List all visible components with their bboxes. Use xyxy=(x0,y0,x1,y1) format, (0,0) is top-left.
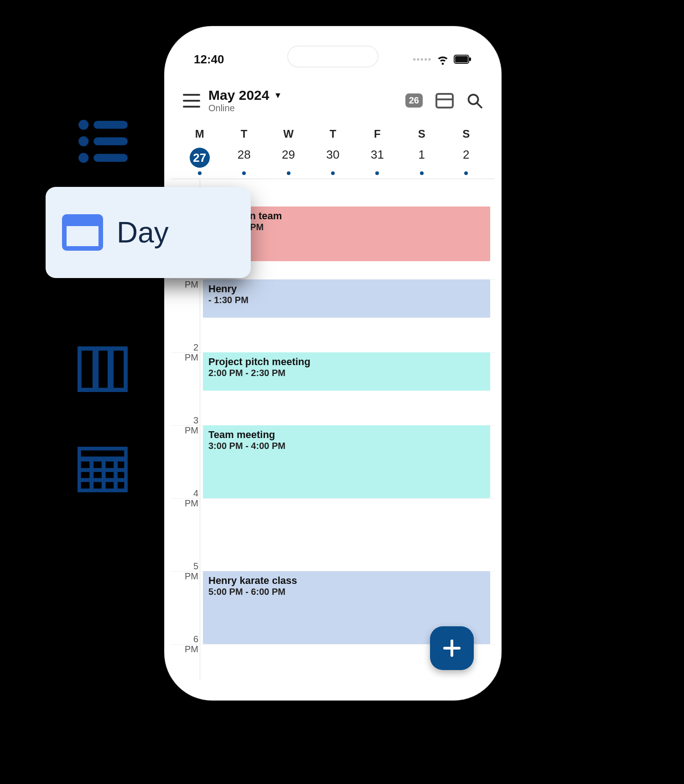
month-label: May 2024 xyxy=(208,88,269,103)
calendar-event[interactable]: Team meeting3:00 PM - 4:00 PM xyxy=(203,425,490,498)
hour-label: 3PM xyxy=(171,415,198,435)
date-cell[interactable]: 2 xyxy=(444,145,488,176)
day-view-label: Day xyxy=(117,216,169,249)
dow-label: T xyxy=(222,128,266,140)
svg-point-5 xyxy=(78,120,88,130)
svg-rect-6 xyxy=(93,121,128,129)
date-cell[interactable]: 27 xyxy=(177,145,222,176)
sync-status: Online xyxy=(208,103,397,113)
day-view-card[interactable]: Day xyxy=(46,187,251,278)
svg-point-9 xyxy=(78,153,88,163)
event-time: - 1:30 PM xyxy=(208,295,485,305)
battery-icon xyxy=(454,55,472,64)
week-dates-row: 272829303112 xyxy=(171,142,495,176)
calendar-event[interactable]: Project pitch meeting2:00 PM - 2:30 PM xyxy=(203,352,490,391)
chevron-down-icon: ▼ xyxy=(274,91,282,100)
today-badge[interactable]: 26 xyxy=(405,93,423,108)
event-title: Project pitch meeting xyxy=(208,356,485,368)
svg-line-4 xyxy=(477,103,482,108)
dow-label: F xyxy=(355,128,399,140)
event-indicator-dot xyxy=(331,171,335,175)
hour-label: 4PM xyxy=(171,488,198,508)
hour-label: 2PM xyxy=(171,342,198,362)
status-bar: 12:40 ••••• xyxy=(171,50,495,68)
header-actions: 26 xyxy=(405,93,483,109)
list-view-icon[interactable] xyxy=(78,119,128,164)
week-days-header: MTWTFSS xyxy=(171,124,495,140)
view-mode-icon[interactable] xyxy=(435,93,454,108)
app-header: May 2024 ▼ Online 26 xyxy=(171,88,495,113)
status-right: ••••• xyxy=(413,53,472,66)
three-day-view-icon[interactable] xyxy=(78,346,128,392)
event-time: 3:00 PM - 4:00 PM xyxy=(208,441,485,451)
event-indicator-dot xyxy=(420,171,424,175)
date-cell[interactable]: 29 xyxy=(266,145,311,176)
hour-label: 5PM xyxy=(171,561,198,581)
status-time: 12:40 xyxy=(194,52,224,67)
date-cell[interactable]: 30 xyxy=(311,145,355,176)
month-selector[interactable]: May 2024 ▼ Online xyxy=(208,88,397,113)
date-cell[interactable]: 1 xyxy=(399,145,444,176)
svg-rect-1 xyxy=(455,56,468,62)
event-time: 2:00 PM - 2:30 PM xyxy=(208,368,485,378)
month-view-icon[interactable] xyxy=(78,447,128,492)
event-indicator-dot xyxy=(375,171,379,175)
dow-label: M xyxy=(177,128,222,140)
event-time: 5:00 PM - 6:00 PM xyxy=(208,587,485,597)
event-title: Henry karate class xyxy=(208,575,485,587)
event-indicator-dot xyxy=(287,171,290,175)
cellular-dots-icon: ••••• xyxy=(413,55,432,64)
hour-row xyxy=(171,498,495,571)
event-title: Team meeting xyxy=(208,429,485,441)
svg-rect-2 xyxy=(469,57,471,61)
add-event-button[interactable] xyxy=(430,626,474,670)
hour-label: 6PM xyxy=(171,634,198,654)
svg-rect-8 xyxy=(93,137,128,145)
day-view-icon xyxy=(62,214,103,251)
wifi-icon xyxy=(436,53,449,66)
svg-rect-10 xyxy=(93,154,128,162)
svg-point-7 xyxy=(78,136,88,146)
search-icon[interactable] xyxy=(466,93,483,109)
date-cell[interactable]: 31 xyxy=(355,145,399,176)
phone-frame: 12:40 ••••• May 2024 ▼ Online 26 xyxy=(171,33,495,694)
dow-label: T xyxy=(311,128,355,140)
event-title: Henry xyxy=(208,283,485,295)
dow-label: W xyxy=(266,128,311,140)
event-indicator-dot xyxy=(198,171,202,175)
event-indicator-dot xyxy=(464,171,468,175)
date-cell[interactable]: 28 xyxy=(222,145,266,176)
svg-rect-11 xyxy=(78,348,127,391)
dow-label: S xyxy=(444,128,488,140)
calendar-event[interactable]: Henry- 1:30 PM xyxy=(203,279,490,318)
dow-label: S xyxy=(399,128,444,140)
hamburger-menu-icon[interactable] xyxy=(183,94,200,108)
view-mode-stack xyxy=(78,119,128,492)
event-indicator-dot xyxy=(242,171,246,175)
